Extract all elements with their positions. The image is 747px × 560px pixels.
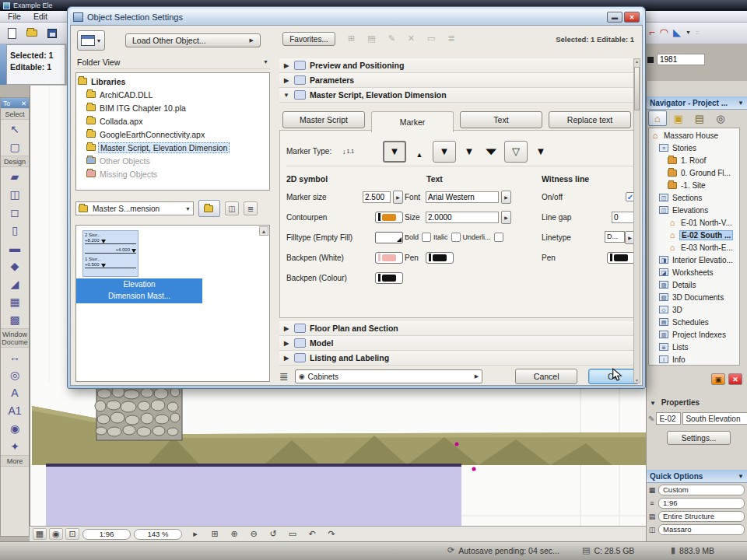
icon-view-toggle-icon[interactable]: ◫ (225, 201, 239, 215)
nav-item-stories[interactable]: ≡ Stories (649, 142, 739, 154)
close-panel-icon[interactable]: ✕ (728, 373, 742, 385)
spinner-icon[interactable] (501, 211, 511, 224)
nav-item-site[interactable]: -1. Site (649, 179, 739, 191)
favorites-button[interactable]: Favorites... (282, 32, 335, 46)
camera-tool[interactable]: ◉ (1, 419, 29, 437)
pan-mode-icon[interactable]: ⊡ (65, 528, 79, 540)
filltype-swatch[interactable] (375, 232, 403, 243)
section-parameters[interactable]: Parameters (279, 73, 639, 88)
curtain-wall-tool[interactable]: ▦ (1, 292, 29, 310)
zoom-out-icon[interactable]: ⊖ (247, 528, 261, 540)
folder-up-button[interactable] (198, 200, 220, 217)
nav-item-schedules[interactable]: ▤ Schedules (649, 316, 739, 328)
quick-options-header[interactable]: Quick Options ▼ (647, 470, 747, 483)
window-tool[interactable]: ◻ (1, 203, 29, 221)
arc-icon[interactable]: ◠ (660, 26, 668, 38)
arrow-tool[interactable]: ↖ (1, 120, 29, 138)
marker-style-6-button[interactable]: ▽ (504, 141, 528, 163)
section-preview-and-positioning[interactable]: Preview and Positioning (279, 58, 639, 73)
chevron-down-icon[interactable]: ▼ (686, 30, 691, 35)
tab-master-script[interactable]: Master Script (282, 111, 365, 128)
nav-item-elevations[interactable]: ◫ Elevations (649, 204, 739, 216)
backpen-colour-swatch[interactable] (375, 272, 403, 284)
preview-mode-icon[interactable]: ▭ (427, 33, 435, 44)
menu-item[interactable]: File (8, 12, 21, 21)
nav-item-massaro-house[interactable]: ⌂ Massaro House (649, 129, 739, 142)
tab-replace-text[interactable]: Replace text (549, 111, 631, 128)
preview-layout-button[interactable]: ▼ (77, 30, 105, 51)
chevron-down-icon[interactable]: ▼ (738, 473, 744, 480)
marker-style-5-button[interactable]: ▼ (475, 141, 507, 163)
coordinate-input[interactable] (657, 54, 705, 65)
tree-item-archicad-dll[interactable]: ArchiCAD.DLL (76, 88, 269, 101)
folder-view-dropdown[interactable]: Folder View ▼ (75, 55, 270, 69)
open-button[interactable] (23, 25, 40, 42)
panel-options-icon[interactable]: ▣ (711, 373, 725, 385)
text-size-input[interactable] (426, 212, 499, 223)
fit-in-window-icon[interactable]: ▭ (286, 528, 300, 540)
nav-item-info[interactable]: i Info (649, 353, 739, 366)
marker-style-3-button[interactable]: ▼ (433, 141, 456, 163)
layers-icon[interactable]: ≣ (279, 370, 289, 383)
close-toolbox-icon[interactable]: ✕ (21, 100, 26, 107)
nav-item-e01[interactable]: ⌂ E-01 North-V... (649, 216, 739, 229)
tree-item-master-script[interactable]: Master Script, Elevation Dimension (76, 141, 269, 154)
menu-item[interactable]: Edit (33, 12, 47, 21)
object-tool[interactable]: ▩ (1, 310, 29, 328)
view-map-button[interactable]: ▣ (669, 110, 688, 126)
layout-book-button[interactable]: ▤ (690, 110, 709, 126)
linetype-dropdown[interactable]: D... (605, 231, 635, 244)
door-tool[interactable]: ◫ (1, 185, 29, 203)
tab-marker[interactable]: Marker (371, 111, 454, 132)
dimension-tool[interactable]: ↔ (1, 348, 29, 366)
previous-zoom-icon[interactable]: ↶ (305, 528, 319, 540)
quick-option-structure[interactable]: ▤ Entire Structure (648, 510, 745, 522)
contourpen-swatch[interactable] (375, 212, 403, 223)
publisher-button[interactable]: ◎ (711, 110, 730, 126)
section-model[interactable]: Model (279, 336, 639, 351)
tree-item-missing-objects[interactable]: Missing Objects (76, 167, 269, 180)
nav-item-3d[interactable]: ◇ 3D (649, 303, 739, 316)
quick-preview-icon[interactable]: ▦ (33, 528, 47, 540)
marker-style-2-button[interactable]: ▲ (411, 141, 428, 163)
tree-item-other-objects[interactable]: Other Objects (76, 154, 269, 167)
orbit-icon[interactable]: ↺ (266, 528, 280, 540)
nav-item-ground-floor[interactable]: 0. Ground Fl... (649, 166, 739, 179)
cancel-button[interactable]: Cancel (515, 369, 577, 384)
help-icon[interactable]: ▬ (607, 12, 622, 23)
dialog-scrollbar[interactable] (633, 58, 640, 383)
dialog-title-bar[interactable]: Object Selection Settings ▬ ✕ (70, 9, 643, 25)
marker-style-7-button[interactable]: ▼ (532, 141, 549, 163)
section-listing-and-labeling[interactable]: Listing and Labeling (279, 351, 639, 366)
lamp-tool[interactable]: ◎ (1, 366, 29, 383)
nav-item-3d-documents[interactable]: ▧ 3D Documents (649, 291, 739, 303)
folder-path-dropdown[interactable]: Master S...mension ▼ (75, 201, 194, 215)
settings-button[interactable]: Settings... (667, 431, 731, 445)
spinner-icon[interactable] (501, 191, 511, 204)
tree-item-googleearth[interactable]: GoogleEarthConnectivity.apx (76, 128, 269, 141)
toolbox-more-label[interactable]: More (1, 455, 29, 467)
project-map-button[interactable]: ⌂ (648, 110, 667, 126)
marker-size-input[interactable] (363, 191, 391, 203)
roof-tool[interactable]: ◢ (1, 275, 29, 292)
wall-tool[interactable]: ▰ (1, 167, 29, 185)
delete-icon[interactable]: ✕ (408, 33, 415, 44)
tab-text[interactable]: Text (460, 111, 542, 128)
load-other-object-button[interactable]: Load Other Object... ▶ (125, 33, 261, 47)
slab-tool[interactable]: ◆ (1, 257, 29, 275)
scroll-up-icon[interactable]: ▲ (259, 226, 268, 236)
line-gap-input[interactable] (612, 212, 635, 223)
navigator-header[interactable]: Navigator - Project ... ▼ (647, 96, 747, 110)
properties-header[interactable]: ▼ Properties (650, 398, 700, 407)
grid-view-icon[interactable]: ⊞ (348, 33, 355, 44)
nav-item-e02[interactable]: ⌂ E-02 South ... (649, 229, 739, 241)
quick-option-layer[interactable]: ◫ Massaro (648, 523, 745, 535)
spinner-icon[interactable] (393, 191, 403, 204)
next-zoom-icon[interactable]: ↷ (324, 528, 338, 540)
backpen-white-swatch[interactable] (375, 252, 403, 264)
object-thumbnail[interactable]: 2 Stor... +8.200 +4.000 1 Stor... +0.500 (82, 230, 139, 277)
rename-icon[interactable]: ✎ (388, 33, 395, 44)
underline-checkbox[interactable] (494, 233, 503, 242)
polygon-icon[interactable]: ◣ (673, 26, 681, 38)
zoom-menu-icon[interactable]: ⊞ (208, 528, 222, 540)
